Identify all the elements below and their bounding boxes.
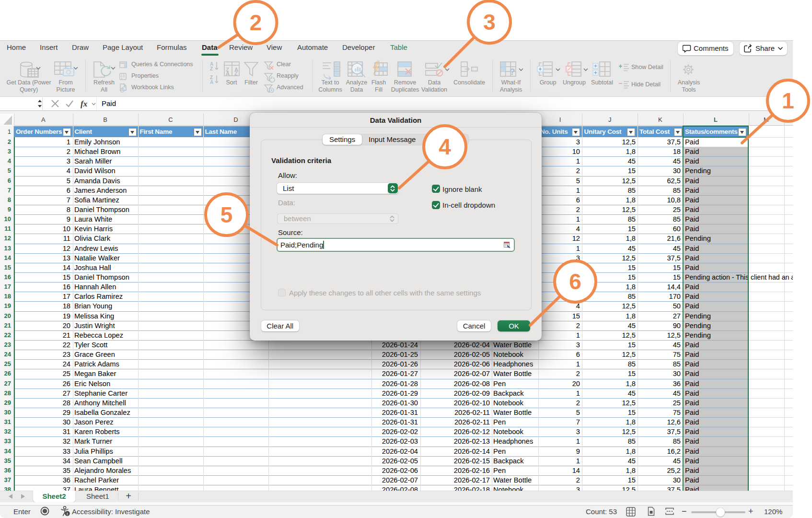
svg-text:2: 2 [250,10,262,35]
svg-text:1: 1 [782,88,794,113]
svg-text:3: 3 [483,10,496,35]
svg-text:4: 4 [439,134,451,159]
svg-text:6: 6 [569,269,581,294]
svg-text:5: 5 [220,202,233,227]
